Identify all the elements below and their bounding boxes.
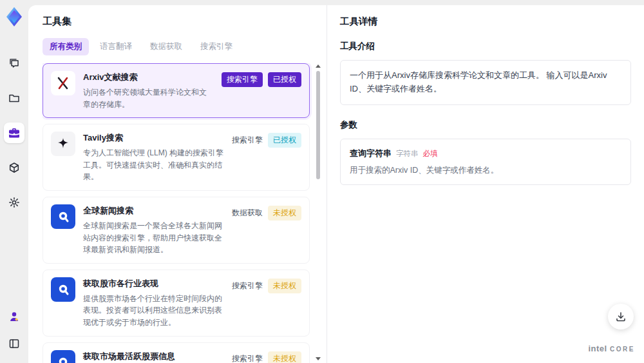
sidebar-item-user[interactable] [4,306,24,327]
app-logo gem-logo-icon [5,6,24,27]
sidebar-item-toolbox[interactable] [4,123,24,143]
category-badge: 搜索引擎 [222,72,263,87]
tab-category-3[interactable]: 搜索引擎 [193,38,240,55]
page-title: 工具集 [43,15,327,28]
auth-status-badge: 已授权 [268,72,301,87]
param-description: 用于搜索的Arxiv ID、关键字或作者姓名。 [350,165,621,176]
globe-news-icon [51,350,75,363]
folder-icon [8,92,21,104]
tool-badges: 搜索引擎未授权 [232,277,301,293]
param-type: 字符串 [396,149,419,159]
user-icon [8,310,21,323]
category-badge: 搜索引擎 [232,353,263,363]
intro-heading: 工具介绍 [340,41,631,52]
globe-news-icon [51,277,75,302]
download-button[interactable] [608,304,634,329]
tool-info: 全球新闻搜索全球新闻搜索是一个聚合全球各大新闻网站内容的搜索引擎，帮助用户快速获… [83,204,224,256]
tool-card[interactable]: 全球新闻搜索全球新闻搜索是一个聚合全球各大新闻网站内容的搜索引擎，帮助用户快速获… [43,197,310,264]
tool-card[interactable]: 获取股市各行业表现提供股票市场各个行业在特定时间段内的表现。投资者可以利用这些信… [43,270,310,337]
chat-icon [8,57,21,70]
scroll-down-arrow[interactable] [316,357,321,360]
scrollbar-thumb[interactable] [316,71,320,179]
cube-icon [8,161,21,174]
intel-core-logo: intel CORE [588,342,635,354]
auth-status-badge: 未授权 [268,206,301,221]
main-content: 工具集 所有类别语言翻译数据获取搜索引擎 Arxiv文献搜索访问各个研究领域大量… [28,5,644,363]
tool-info: Arxiv文献搜索访问各个研究领域大量科学论文和文章的存储库。 [83,71,214,110]
param-name: 查询字符串 [350,148,392,159]
detail-title: 工具详情 [340,15,631,28]
globe-news-icon [51,204,75,229]
sidebar-item-settings[interactable] [4,192,24,213]
auth-status-badge: 已授权 [268,133,301,148]
tab-category-1[interactable]: 语言翻译 [93,38,139,55]
tool-info: 获取市场最活跃股票信息提供当天交易量最高的股票列表，投资者可以利用这些信息来识别… [83,350,224,363]
tool-detail-panel: 工具详情 工具介绍 一个用于从Arxiv存储库搜索科学论文和文章的工具。 输入可… [327,5,644,363]
tool-description: 专为人工智能代理 (LLM) 构建的搜索引擎工具。可快速提供实时、准确和真实的结… [83,147,224,183]
tool-name: 获取市场最活跃股票信息 [83,351,224,362]
auth-status-badge: 未授权 [268,279,301,293]
sidebar-item-folder[interactable] [4,88,24,108]
category-badge: 搜索引擎 [232,135,263,146]
tab-category-0[interactable]: 所有类别 [43,38,89,55]
arxiv-icon [51,71,75,95]
category-tabs: 所有类别语言翻译数据获取搜索引擎 [43,38,327,55]
tool-list-panel: 工具集 所有类别语言翻译数据获取搜索引擎 Arxiv文献搜索访问各个研究领域大量… [28,5,327,363]
app-sidebar [0,0,28,363]
sparkle-icon [51,132,75,156]
tool-badges: 数据获取未授权 [232,204,301,221]
auth-status-badge: 未授权 [268,351,301,363]
tool-badges: 搜索引擎未授权 [232,350,301,363]
brand-intel-text: intel [588,344,607,353]
tool-badges: 搜索引擎已授权 [222,71,301,87]
parameter-box: 查询字符串 字符串 必填 用于搜索的Arxiv ID、关键字或作者姓名。 [340,139,631,185]
tool-description: 全球新闻搜索是一个聚合全球各大新闻网站内容的搜索引擎，帮助用户快速获取全球最新资… [83,220,224,256]
tool-info: Tavily搜索专为人工智能代理 (LLM) 构建的搜索引擎工具。可快速提供实时… [83,132,224,183]
sidebar-item-chat[interactable] [4,53,24,74]
tool-name: Arxiv文献搜索 [83,72,214,83]
tool-card[interactable]: 获取市场最活跃股票信息提供当天交易量最高的股票列表，投资者可以利用这些信息来识别… [43,342,310,363]
params-heading: 参数 [340,119,631,131]
toolbox-icon [8,126,21,139]
sidebar-item-cube[interactable] [4,157,24,178]
gear-icon [8,196,21,209]
category-badge: 搜索引擎 [232,280,263,291]
brand-core-text: CORE [610,346,635,353]
sidebar-item-panel[interactable] [4,333,24,354]
scroll-up-arrow[interactable] [316,64,321,68]
panel-icon [8,337,21,350]
tool-list-scroll-area: Arxiv文献搜索访问各个研究领域大量科学论文和文章的存储库。搜索引擎已授权Ta… [43,63,327,363]
tool-intro-box: 一个用于从Arxiv存储库搜索科学论文和文章的工具。 输入可以是Arxiv ID… [340,60,631,105]
tool-card[interactable]: Tavily搜索专为人工智能代理 (LLM) 构建的搜索引擎工具。可快速提供实时… [43,124,310,191]
tool-description: 访问各个研究领域大量科学论文和文章的存储库。 [83,86,214,110]
category-badge: 数据获取 [232,208,263,219]
download-icon [615,311,627,322]
tool-name: 全球新闻搜索 [83,205,224,217]
tool-name: Tavily搜索 [83,132,224,144]
tool-badges: 搜索引擎已授权 [232,132,301,148]
tab-category-2[interactable]: 数据获取 [143,38,189,55]
scrollbar [315,63,321,362]
tool-info: 获取股市各行业表现提供股票市场各个行业在特定时间段内的表现。投资者可以利用这些信… [83,277,224,329]
tool-card[interactable]: Arxiv文献搜索访问各个研究领域大量科学论文和文章的存储库。搜索引擎已授权 [43,63,310,118]
tool-name: 获取股市各行业表现 [83,278,224,289]
tool-description: 提供股票市场各个行业在特定时间段内的表现。投资者可以利用这些信息来识别表现优于或… [83,293,224,329]
param-required-flag: 必填 [423,149,438,159]
